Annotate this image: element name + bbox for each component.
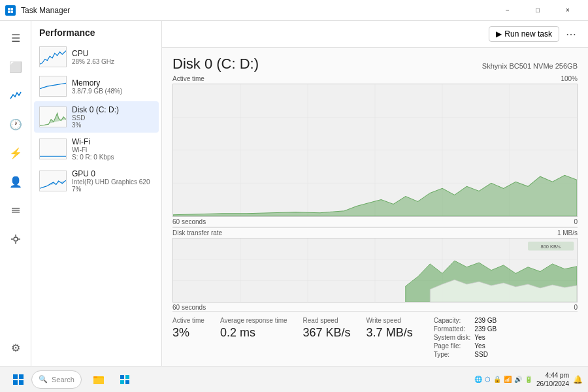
chart1-label: Active time 100% [172,75,578,82]
svg-rect-0 [8,8,10,10]
wifi-item-name: Wi-Fi [72,137,154,146]
nav-details-icon[interactable] [3,197,29,223]
svg-rect-44 [120,380,124,384]
sidebar-item-cpu[interactable]: CPU 28% 2.63 GHz [34,42,159,71]
write-speed-stat: Write speed 3.7 MB/s [367,317,413,358]
clock-date: 26/10/2024 [536,380,569,388]
disk-title: Disk 0 (C: D:) [172,56,259,73]
svg-text:800 KB/s: 800 KB/s [541,243,561,249]
cpu-thumb [39,46,67,67]
svg-rect-36 [19,374,24,379]
search-placeholder: Search [52,376,74,384]
sidebar-item-memory[interactable]: Memory 3.8/7.9 GB (48%) [34,72,159,101]
sidebar-item-wifi[interactable]: Wi-Fi Wi-Fi S: 0 R: 0 Kbps [34,133,159,165]
write-speed-stat-label: Write speed [367,317,413,324]
response-time-stat: Average response time 0.2 ms [220,317,287,358]
nav-menu-icon[interactable]: ☰ [3,25,29,51]
type-key: Type: [434,351,471,358]
nav-icons-panel: ☰ ⬜ 🕐 ⚡ 👤 ⚙ [0,21,31,366]
systemdisk-key: System disk: [434,334,471,341]
minimize-button[interactable]: − [493,0,523,21]
maximize-button[interactable]: □ [523,0,553,21]
svg-rect-37 [13,380,18,385]
read-speed-stat-value: 367 KB/s [303,327,351,338]
app-icon [5,5,16,16]
sidebar-header: Performance [31,21,161,42]
nav-settings-icon[interactable]: ⚙ [3,335,29,361]
disk-thumb [39,106,67,127]
svg-rect-5 [12,210,20,211]
tray-icon-2: ⬡ [485,376,491,383]
gpu-thumb [39,171,67,191]
read-speed-stat-label: Read speed [303,317,351,324]
active-time-stat-value: 3% [172,327,204,338]
taskbar-apps [87,369,137,390]
file-explorer-app[interactable] [87,369,110,390]
svg-rect-3 [11,10,14,13]
clock-time: 4:44 pm [536,371,569,380]
disk-item-sub2: 3% [72,122,154,129]
nav-startup-icon[interactable]: ⚡ [3,140,29,166]
nav-apphistory-icon[interactable]: 🕐 [3,111,29,137]
window-title: Task Manager [21,6,493,15]
taskbar-search[interactable]: 🔍 Search [31,370,82,389]
nav-services-icon[interactable] [3,226,29,252]
response-time-stat-value: 0.2 ms [220,327,287,338]
transfer-rate-chart: 800 KB/s [172,238,578,302]
charts-section: Active time 100% [172,75,578,311]
disk-item-name: Disk 0 (C: D:) [72,105,154,114]
stat-vals-col: 239 GB 239 GB Yes Yes SSD [474,317,497,358]
taskbar-right: 🌐 ⬡ 🔒 📶 🔊 🔋 4:44 pm 26/10/2024 🔔 [474,371,583,388]
taskbar-clock[interactable]: 4:44 pm 26/10/2024 [536,371,569,388]
chart2-footer: 60 seconds 0 [172,304,578,311]
nav-users-icon[interactable]: 👤 [3,169,29,195]
notification-icon[interactable]: 🔔 [573,375,583,384]
run-new-task-button[interactable]: ▶ Run new task [489,26,559,42]
wifi-item-sub2: S: 0 R: 0 Kbps [72,154,154,161]
main-content: ▶ Run new task ⋯ Disk 0 (C: D:) Skhynix … [162,21,588,366]
systemdisk-val: Yes [474,334,497,341]
sidebar-item-disk[interactable]: Disk 0 (C: D:) SSD 3% [34,101,159,133]
active-time-chart [172,84,578,217]
write-speed-stat-value: 3.7 MB/s [367,327,413,338]
disk-content: Disk 0 (C: D:) Skhynix BC501 NVMe 256GB … [162,48,588,366]
nav-performance-icon[interactable] [3,82,29,108]
svg-rect-42 [120,375,124,379]
active-time-chart-block: Active time 100% [172,75,578,225]
disk-model: Skhynix BC501 NVMe 256GB [482,62,578,70]
title-bar: Task Manager − □ × [0,0,588,21]
transfer-rate-chart-block: Disk transfer rate 1 MB/s [172,229,578,311]
formatted-val: 239 GB [474,325,497,333]
run-new-task-label: Run new task [504,29,552,39]
response-time-stat-label: Average response time [220,317,287,324]
chart-divider [172,227,578,228]
disk-item-info: Disk 0 (C: D:) SSD 3% [72,105,154,129]
close-button[interactable]: × [553,0,583,21]
more-options-button[interactable]: ⋯ [562,25,580,43]
sidebar-item-gpu[interactable]: GPU 0 Intel(R) UHD Graphics 620 7% [34,165,159,197]
pagefile-val: Yes [474,342,497,350]
wifi-item-sub1: Wi-Fi [72,146,154,154]
disk-item-sub1: SSD [72,114,154,122]
volume-icon: 🔊 [514,376,522,383]
memory-item-sub: 3.8/7.9 GB (48%) [72,88,154,95]
start-button[interactable] [5,369,31,390]
cpu-item-sub: 28% 2.63 GHz [72,58,154,65]
gpu-item-sub2: 7% [72,186,154,193]
gpu-item-sub1: Intel(R) UHD Graphics 620 [72,178,154,186]
nav-processes-icon[interactable]: ⬜ [3,54,29,80]
type-val: SSD [474,351,497,358]
wifi-item-info: Wi-Fi Wi-Fi S: 0 R: 0 Kbps [72,137,154,161]
wifi-thumb [39,139,67,159]
memory-thumb [39,76,67,97]
active-time-stat: Active time 3% [172,317,204,358]
store-app[interactable] [113,369,137,390]
wifi-icon: 📶 [504,376,512,383]
svg-rect-6 [12,212,20,213]
formatted-key: Formatted: [434,325,471,333]
search-icon: 🔍 [39,375,48,384]
gpu-item-info: GPU 0 Intel(R) UHD Graphics 620 7% [72,169,154,193]
svg-rect-2 [8,10,10,13]
tray-icon-3: 🔒 [493,376,501,383]
cpu-item-name: CPU [72,49,154,58]
